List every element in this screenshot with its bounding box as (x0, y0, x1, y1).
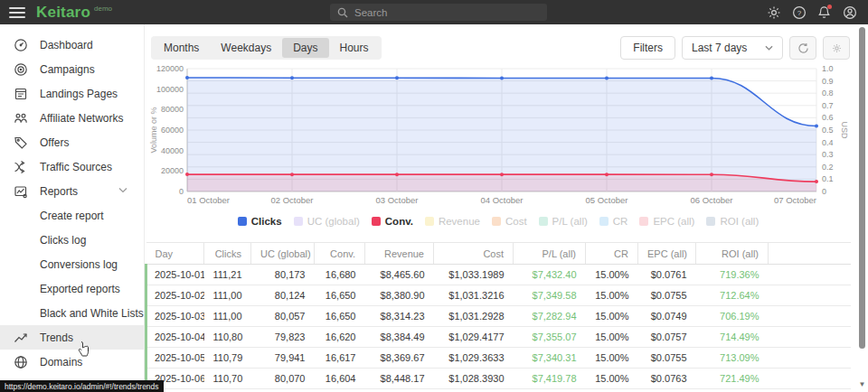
cell-p-l-all-: $7,355.07 (514, 327, 586, 348)
sidebar-item-create-report[interactable]: Create report (0, 203, 144, 228)
legend-label: Clicks (251, 216, 282, 227)
legend-item-uc-global-[interactable]: UC (global) (294, 216, 360, 227)
legend-item-p-l-all-[interactable]: P/L (all) (539, 216, 588, 227)
cell-conv-: 16,620 (315, 327, 365, 348)
settings-gear-icon[interactable] (766, 5, 781, 20)
sidebar-item-conversions-log[interactable]: Conversions log (0, 252, 144, 276)
cell-epc-all-: $0.0755 (638, 285, 696, 306)
cell-p-l-all-: $7,419.78 (514, 389, 586, 392)
sidebar-item-traffic-sources[interactable]: Traffic Sources (0, 154, 144, 179)
sidebar-item-affiliate-networks[interactable]: Affiliate Networks (0, 106, 144, 130)
cell-conv-: 16,680 (315, 265, 365, 285)
tab-months[interactable]: Months (153, 38, 210, 58)
column-header-uc-global-[interactable]: UC (global) (251, 243, 315, 265)
filters-button[interactable]: Filters (620, 36, 675, 60)
sidebar-item-exported-reports[interactable]: Exported reports (0, 276, 144, 301)
cell-roi-all-: 721.49% (696, 369, 769, 389)
column-header-epc-all-[interactable]: EPC (all) (638, 243, 696, 265)
table-row: 2025-10-07110,7080,07016,604$8,448.17$1,… (146, 389, 852, 392)
cell-p-l-all-: $7,432.40 (514, 265, 586, 285)
sidebar-item-label: Offers (40, 136, 69, 149)
legend-item-cr[interactable]: CR (599, 216, 628, 227)
column-header-day[interactable]: Day (146, 243, 204, 265)
svg-text:80000: 80000 (161, 105, 184, 114)
column-header-cost[interactable]: Cost (434, 243, 514, 265)
chart-settings-button[interactable] (823, 36, 850, 60)
svg-text:04 October: 04 October (481, 195, 524, 205)
refresh-icon (797, 42, 809, 54)
legend-item-roi-all-[interactable]: ROI (all) (706, 216, 759, 227)
svg-text:06 October: 06 October (691, 195, 733, 205)
sidebar-item-trends[interactable]: Trends (0, 325, 144, 350)
legend-swatch (639, 217, 648, 226)
app-logo[interactable]: Keitaro (36, 4, 90, 22)
search-input[interactable] (354, 7, 535, 18)
svg-text:05 October: 05 October (586, 195, 628, 205)
tab-hours[interactable]: Hours (329, 38, 380, 58)
cell-roi-all-: 713.09% (696, 348, 769, 369)
cell-cost: $1,029.4177 (434, 327, 514, 348)
date-range-select[interactable]: Last 7 days (682, 36, 783, 60)
sidebar-item-campaigns[interactable]: Campaigns (0, 57, 144, 81)
cell-clicks: 110,80 (204, 327, 251, 348)
legend-item-clicks[interactable]: Clicks (238, 216, 282, 227)
column-header-roi-all-[interactable]: ROI (all) (696, 243, 769, 265)
sidebar-item-label: Dashboard (40, 39, 93, 51)
toolbar-right: Filters Last 7 days (620, 36, 850, 60)
cell-day: 2025-10-02 (146, 285, 204, 306)
legend-item-cost[interactable]: Cost (492, 216, 527, 227)
legend-label: P/L (all) (552, 216, 588, 227)
help-icon[interactable]: ? (791, 5, 807, 20)
svg-text:0.5: 0.5 (822, 126, 834, 135)
svg-text:0: 0 (822, 187, 826, 196)
cell-revenue: $8,314.23 (365, 306, 434, 327)
cell-revenue: $8,380.90 (365, 285, 434, 306)
sidebar-item-black-and-white-lists[interactable]: Black and White Lists (0, 301, 144, 325)
link-status-bar: https://demo.keitaro.io/admin/#!/trends/… (0, 380, 164, 392)
sidebar-item-label: Campaigns (40, 63, 95, 76)
chart-legend: ClicksUC (global)Conv.RevenueCostP/L (al… (146, 216, 851, 227)
table-row: 2025-10-03111,0080,05716,650$8,314.23$1,… (146, 306, 852, 327)
cell-cr: 15.00% (586, 265, 638, 285)
legend-item-revenue[interactable]: Revenue (425, 216, 480, 227)
scrollbar-down-arrow[interactable]: ▼ (858, 380, 866, 388)
legend-label: Conv. (385, 216, 413, 227)
profile-avatar-icon[interactable] (842, 5, 857, 20)
table-row: 2025-10-06110,7080,07016,604$8,448.17$1,… (146, 369, 852, 389)
search-box[interactable] (330, 4, 547, 21)
refresh-button[interactable] (789, 36, 816, 60)
cell-revenue: $8,369.67 (365, 348, 434, 369)
trends-table: DayClicksUC (global)Conv.RevenueCostP/L … (145, 242, 851, 392)
cell-cr: 15.00% (586, 327, 638, 348)
cell-roi-all-: 721.49% (696, 389, 769, 392)
cell-uc-global-: 80,124 (251, 285, 315, 306)
column-header-cr[interactable]: CR (586, 243, 638, 265)
sidebar-item-landings-pages[interactable]: Landings Pages (0, 81, 144, 106)
sidebar-item-label: Landings Pages (40, 88, 118, 100)
column-header-conv-[interactable]: Conv. (315, 243, 365, 265)
legend-swatch (706, 217, 715, 226)
hamburger-menu-icon[interactable] (9, 7, 25, 18)
notifications-bell-icon[interactable] (816, 5, 832, 20)
column-header-filler (769, 243, 852, 265)
date-range-value: Last 7 days (692, 42, 747, 54)
sidebar-item-offers[interactable]: Offers (0, 130, 144, 154)
sidebar-item-clicks-log[interactable]: Clicks log (0, 228, 144, 252)
cell-roi-all-: 719.36% (696, 265, 769, 285)
sidebar-item-dashboard[interactable]: Dashboard (0, 33, 144, 57)
tab-weekdays[interactable]: Weekdays (210, 38, 282, 58)
legend-item-conv-[interactable]: Conv. (372, 216, 413, 227)
main-content: MonthsWeekdaysDaysHours Filters Last 7 d… (146, 24, 868, 392)
column-header-revenue[interactable]: Revenue (365, 243, 434, 265)
svg-text:0.8: 0.8 (822, 89, 834, 98)
legend-item-epc-all-[interactable]: EPC (all) (639, 216, 694, 227)
legend-label: ROI (all) (720, 216, 759, 227)
column-header-clicks[interactable]: Clicks (204, 243, 251, 265)
tab-days[interactable]: Days (282, 38, 328, 58)
keitaro-app: Keitaro demo ? DashboardCampaignsLanding… (0, 0, 868, 392)
column-header-p-l-all-[interactable]: P/L (all) (514, 243, 586, 265)
sidebar-item-domains[interactable]: Domains (0, 350, 144, 374)
sidebar-item-reports[interactable]: Reports (0, 179, 144, 203)
cell-filler (769, 327, 852, 348)
scrollbar-thumb[interactable] (859, 27, 865, 349)
